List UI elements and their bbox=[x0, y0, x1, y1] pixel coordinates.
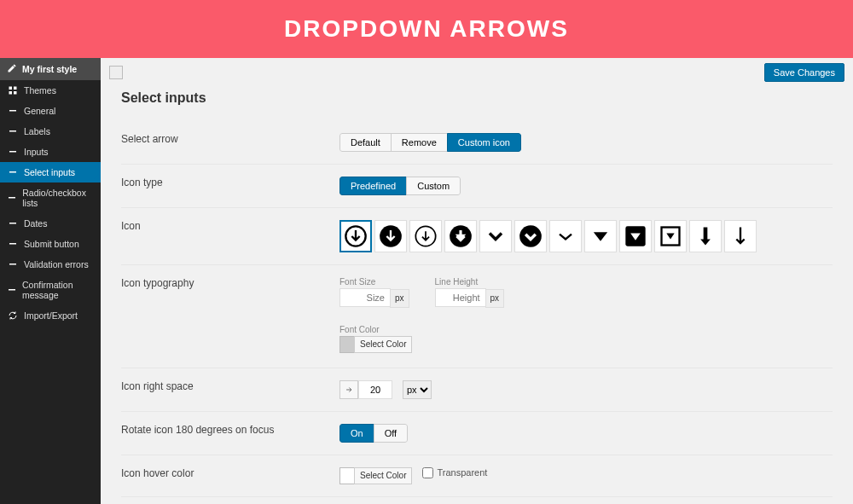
select-arrow-custom[interactable]: Custom icon bbox=[447, 133, 521, 152]
hover-transparent-checkbox[interactable] bbox=[422, 467, 433, 478]
label-icon-typography: Icon typography bbox=[121, 277, 339, 356]
svg-rect-5 bbox=[9, 130, 16, 132]
svg-rect-8 bbox=[9, 197, 15, 199]
sidebar-item-labels[interactable]: Labels bbox=[0, 121, 101, 142]
label-icon-type: Icon type bbox=[121, 177, 339, 195]
svg-rect-0 bbox=[9, 87, 13, 90]
label-line-height: Line Height bbox=[435, 277, 505, 287]
rotate-segment: On Off bbox=[339, 424, 408, 443]
select-arrow-segment: Default Remove Custom icon bbox=[339, 133, 521, 152]
icon-opt-triangle-box[interactable] bbox=[619, 220, 652, 252]
hover-color-button[interactable]: Select Color bbox=[354, 467, 412, 484]
grid-toggle-icon[interactable] bbox=[109, 66, 123, 79]
sidebar-item-label: Import/Export bbox=[24, 310, 78, 321]
sidebar-item-label: Validation errors bbox=[24, 259, 89, 269]
line-height-unit: px bbox=[485, 289, 505, 308]
sidebar-title: My first style bbox=[0, 58, 101, 80]
svg-rect-1 bbox=[14, 87, 17, 90]
sidebar-item-radio-checkbox-lists[interactable]: Radio/checkbox lists bbox=[0, 182, 101, 213]
icon-opt-chevron-light[interactable] bbox=[549, 220, 582, 252]
icon-opt-triangle[interactable] bbox=[584, 220, 617, 252]
sidebar-item-import-export[interactable]: Import/Export bbox=[0, 305, 101, 326]
sidebar-item-confirmation-message[interactable]: Confirmation message bbox=[0, 275, 101, 305]
dash-icon bbox=[7, 193, 17, 203]
icon-opt-arrow-circle-outline[interactable] bbox=[339, 220, 372, 252]
label-icon-right-space: Icon right space bbox=[121, 380, 339, 399]
font-size-unit: px bbox=[390, 289, 409, 308]
topbar: Save Changes bbox=[101, 58, 853, 87]
icon-opt-chevron-circle[interactable] bbox=[514, 220, 547, 252]
hover-color-swatch[interactable] bbox=[339, 467, 355, 484]
icon-opt-arrow-long-bold[interactable] bbox=[689, 220, 722, 252]
sidebar-item-label: Confirmation message bbox=[22, 280, 94, 300]
rotate-on[interactable]: On bbox=[339, 424, 374, 443]
font-size-input[interactable] bbox=[339, 288, 391, 307]
line-height-input[interactable] bbox=[435, 288, 486, 307]
select-arrow-default[interactable]: Default bbox=[339, 133, 392, 152]
dash-icon bbox=[7, 285, 17, 295]
sidebar-item-label: Labels bbox=[24, 126, 50, 136]
svg-rect-6 bbox=[9, 151, 16, 153]
icon-opt-arrow-long-thin[interactable] bbox=[724, 220, 757, 252]
hover-transparent-label: Transparent bbox=[437, 467, 487, 478]
icon-opt-triangle-box-outline[interactable] bbox=[654, 220, 687, 252]
edit-icon bbox=[7, 63, 17, 75]
svg-rect-11 bbox=[9, 264, 16, 265]
save-button[interactable]: Save Changes bbox=[764, 63, 844, 82]
label-hover-color: Icon hover color bbox=[121, 467, 339, 484]
dash-icon bbox=[7, 259, 19, 269]
icon-type-predefined[interactable]: Predefined bbox=[339, 177, 407, 195]
font-color-swatch[interactable] bbox=[339, 336, 355, 353]
sidebar: My first style ThemesGeneralLabelsInputs… bbox=[0, 58, 101, 504]
label-rotate: Rotate icon 180 degrees on focus bbox=[121, 424, 339, 443]
sidebar-item-validation-errors[interactable]: Validation errors bbox=[0, 254, 101, 275]
sidebar-item-dates[interactable]: Dates bbox=[0, 213, 101, 234]
sidebar-item-select-inputs[interactable]: Select inputs bbox=[0, 162, 101, 182]
icon-opt-arrow-circle-solid[interactable] bbox=[374, 220, 407, 252]
sidebar-title-text: My first style bbox=[22, 64, 77, 74]
select-arrow-remove[interactable]: Remove bbox=[391, 133, 448, 152]
sidebar-item-inputs[interactable]: Inputs bbox=[0, 142, 101, 162]
sidebar-item-label: Radio/checkbox lists bbox=[22, 188, 94, 208]
icon-type-custom[interactable]: Custom bbox=[406, 177, 461, 195]
svg-rect-4 bbox=[9, 110, 16, 112]
icon-opt-chevron[interactable] bbox=[479, 220, 512, 252]
sidebar-item-label: Select inputs bbox=[24, 167, 75, 177]
svg-rect-7 bbox=[9, 171, 16, 173]
dash-icon bbox=[7, 239, 19, 249]
sidebar-item-label: Inputs bbox=[24, 147, 49, 157]
hover-transparent[interactable]: Transparent bbox=[422, 467, 487, 478]
icon-opt-arrow-circle-bold[interactable] bbox=[444, 220, 477, 252]
right-space-input[interactable] bbox=[358, 380, 392, 399]
icon-grid bbox=[339, 220, 757, 252]
dash-icon bbox=[7, 167, 19, 177]
label-font-color: Font Color bbox=[339, 325, 833, 334]
sidebar-item-themes[interactable]: Themes bbox=[0, 80, 101, 101]
page-title: Select inputs bbox=[121, 90, 833, 106]
svg-point-17 bbox=[519, 225, 542, 247]
svg-rect-12 bbox=[9, 289, 15, 291]
svg-rect-2 bbox=[9, 91, 13, 95]
svg-rect-9 bbox=[9, 223, 16, 224]
dash-icon bbox=[7, 147, 19, 157]
grid-icon bbox=[7, 85, 19, 96]
dash-icon bbox=[7, 218, 19, 229]
main: Save Changes Select inputs Select arrow … bbox=[101, 58, 853, 504]
label-icon: Icon bbox=[121, 220, 339, 252]
sidebar-item-label: Submit button bbox=[24, 239, 79, 249]
sidebar-item-general[interactable]: General bbox=[0, 101, 101, 121]
sidebar-item-label: General bbox=[24, 106, 55, 116]
dash-icon bbox=[7, 126, 19, 136]
icon-opt-arrow-circle-thin[interactable] bbox=[409, 220, 442, 252]
sidebar-item-submit-button[interactable]: Submit button bbox=[0, 234, 101, 254]
rotate-off[interactable]: Off bbox=[374, 424, 408, 443]
font-color-button[interactable]: Select Color bbox=[354, 336, 412, 353]
icon-type-segment: Predefined Custom bbox=[339, 177, 461, 195]
label-select-arrow: Select arrow bbox=[121, 133, 339, 152]
cycle-icon bbox=[7, 310, 19, 321]
svg-rect-3 bbox=[14, 91, 17, 95]
right-space-unit-select[interactable]: px bbox=[403, 380, 432, 399]
sidebar-item-label: Dates bbox=[24, 218, 47, 229]
sidebar-item-label: Themes bbox=[24, 85, 56, 96]
right-space-link-icon[interactable] bbox=[339, 380, 358, 399]
